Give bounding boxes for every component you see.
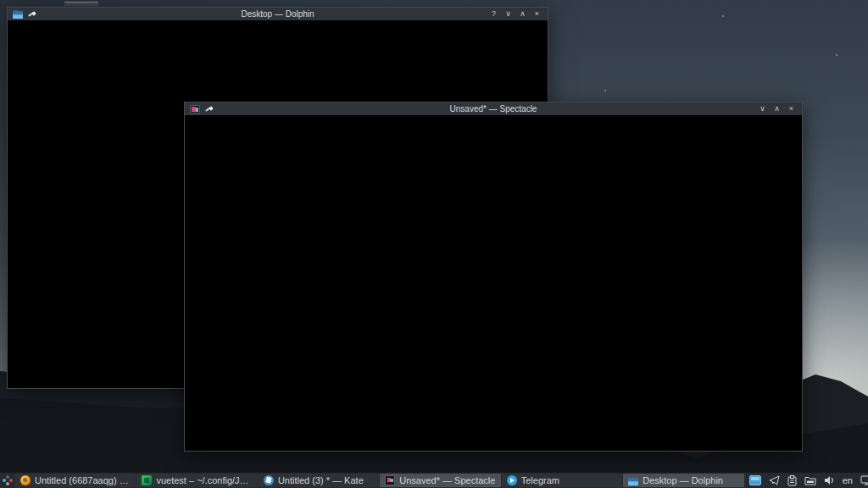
taskbar-panel: Untitled (6687aaqg) - PasteCod... vuetes… <box>0 472 868 488</box>
kate-icon <box>264 475 274 485</box>
task-pycharm-vuetest[interactable]: vuetest – ~/.config/JetBrains/Py... <box>136 474 257 487</box>
task-kate-untitled[interactable]: Untitled (3) * — Kate <box>259 474 379 487</box>
telegram-icon <box>507 475 517 485</box>
task-label: Desktop — Dolphin <box>643 475 723 485</box>
app-launcher-button[interactable] <box>0 473 15 488</box>
pycharm-icon <box>142 475 152 485</box>
dolphin-maximize-button[interactable]: ∧ <box>517 8 528 19</box>
dolphin-minimize-button[interactable]: ∨ <box>503 8 514 19</box>
app-launcher-icon <box>3 475 13 485</box>
pin-icon[interactable] <box>204 105 213 114</box>
dolphin-help-button[interactable]: ? <box>488 8 499 19</box>
task-dolphin-desktop[interactable]: Desktop — Dolphin <box>623 474 743 487</box>
spectacle-content-area[interactable] <box>185 115 802 451</box>
system-tray: en ∧ 10/08 11:38 <box>744 473 868 488</box>
display-tray-icon[interactable] <box>749 475 761 485</box>
volume-icon[interactable] <box>824 475 835 485</box>
dolphin-window-title: Desktop — Dolphin <box>114 8 441 20</box>
spectacle-icon <box>385 475 395 485</box>
clipboard-tray-icon[interactable] <box>787 475 797 486</box>
dolphin-titlebar[interactable]: Desktop — Dolphin ? ∨ ∧ × <box>8 8 548 20</box>
spectacle-titlebar[interactable]: Unsaved* — Spectacle ∨ ∧ × <box>185 103 802 115</box>
firefox-icon <box>20 475 31 485</box>
spectacle-maximize-button[interactable]: ∧ <box>771 103 782 114</box>
task-label: Untitled (3) * — Kate <box>278 475 364 485</box>
task-manager: Untitled (6687aaqg) - PasteCod... vuetes… <box>15 473 744 488</box>
task-label: Unsaved* — Spectacle <box>399 475 495 485</box>
task-label: Untitled (6687aaqg) - PasteCod... <box>35 475 131 485</box>
task-telegram[interactable]: Telegram <box>502 474 622 487</box>
spectacle-window-title: Unsaved* — Spectacle <box>292 103 695 115</box>
task-label: vuetest – ~/.config/JetBrains/Py... <box>156 475 252 485</box>
pin-icon[interactable] <box>27 10 36 19</box>
task-spectacle-unsaved[interactable]: Unsaved* — Spectacle <box>380 474 500 487</box>
folder-icon <box>13 10 23 19</box>
spectacle-window: Unsaved* — Spectacle ∨ ∧ × <box>184 102 803 452</box>
keyboard-layout-indicator[interactable]: en <box>843 475 853 485</box>
screen-share-icon[interactable] <box>860 475 868 485</box>
spectacle-minimize-button[interactable]: ∨ <box>757 103 768 114</box>
device-notifier-icon[interactable] <box>804 475 816 485</box>
dolphin-close-button[interactable]: × <box>531 8 542 19</box>
task-label: Telegram <box>521 475 559 485</box>
dolphin-icon <box>628 477 638 485</box>
spectacle-close-button[interactable]: × <box>786 103 797 114</box>
task-pastecode-firefox[interactable]: Untitled (6687aaqg) - PasteCod... <box>15 474 136 487</box>
screenshot-icon <box>190 105 200 114</box>
telegram-tray-icon[interactable] <box>769 475 780 485</box>
hidden-panel-notch <box>64 2 98 6</box>
